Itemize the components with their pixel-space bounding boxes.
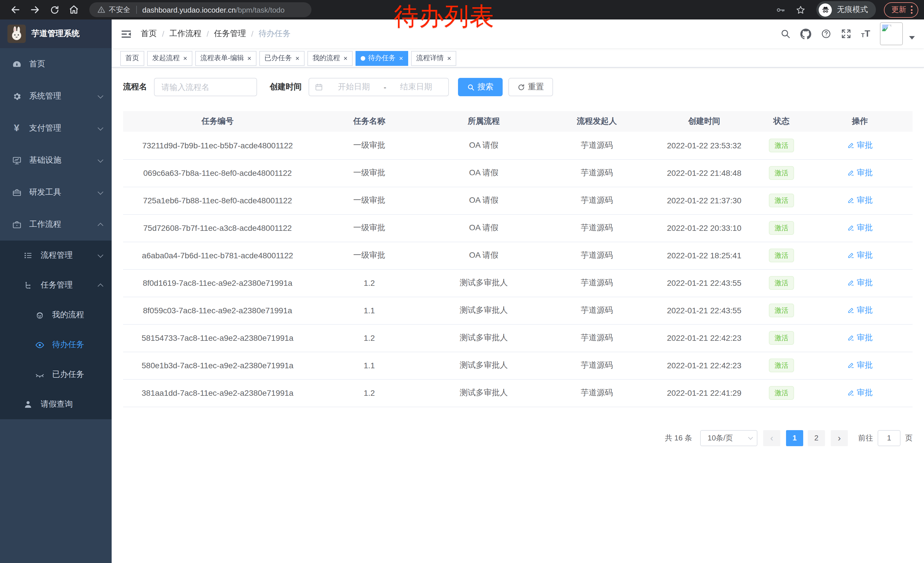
approve-button[interactable]: 审批: [847, 195, 873, 206]
incognito-badge: 无痕模式: [816, 1, 876, 18]
tab-close-icon[interactable]: ×: [248, 54, 251, 62]
sidebar-item-todo-tasks[interactable]: 待办任务: [0, 330, 112, 360]
approve-label: 审批: [857, 388, 873, 398]
sidebar-item-infra[interactable]: 基础设施: [0, 144, 112, 176]
browser-back-icon[interactable]: [9, 3, 22, 17]
tab[interactable]: 首页: [120, 51, 144, 66]
page-button-2[interactable]: 2: [808, 430, 825, 446]
not-secure-label[interactable]: 不安全: [109, 5, 130, 15]
sidebar-item-home[interactable]: 首页: [0, 48, 112, 80]
col-actions: 操作: [807, 111, 912, 132]
cell-task-name: 1.2: [312, 269, 426, 297]
page-size-select[interactable]: 10条/页: [700, 430, 758, 446]
workflow-submenu: 流程管理 任务管理 我的流程: [0, 240, 112, 419]
approve-button[interactable]: 审批: [847, 140, 873, 150]
yen-icon: ¥: [12, 123, 22, 134]
cell-task-name: 一级审批: [312, 187, 426, 214]
table-body: 73211d9d-7b9b-11ec-b5b7-acde48001122 一级审…: [123, 132, 912, 407]
sidebar-logo[interactable]: 芋道管理系统: [0, 20, 112, 48]
prev-page-button[interactable]: ‹: [763, 430, 780, 446]
breadcrumb-home[interactable]: 首页: [141, 29, 157, 39]
tab-close-icon[interactable]: ×: [183, 54, 187, 62]
approve-button[interactable]: 审批: [847, 223, 873, 233]
sidebar-item-system[interactable]: 系统管理: [0, 80, 112, 112]
password-key-icon[interactable]: [776, 5, 786, 15]
tab[interactable]: 发起流程 ×: [147, 51, 192, 66]
chevron-down-icon: [98, 157, 104, 162]
approve-button[interactable]: 审批: [847, 333, 873, 343]
process-name-label: 流程名: [123, 82, 147, 92]
process-name-input[interactable]: [154, 78, 257, 96]
browser-menu-icon[interactable]: [911, 6, 912, 14]
page-number-list: 12: [786, 430, 825, 446]
avatar-caret-icon[interactable]: [909, 36, 915, 39]
sidebar-item-process-mgmt[interactable]: 流程管理: [0, 240, 112, 270]
incognito-label: 无痕模式: [837, 5, 868, 15]
tab-close-icon[interactable]: ×: [399, 54, 403, 62]
tab[interactable]: 待办任务 ×: [356, 51, 408, 66]
sidebar-collapse-icon[interactable]: [121, 29, 132, 39]
search-icon[interactable]: [780, 29, 790, 39]
cell-process: OA 请假: [426, 132, 541, 159]
screen: 不安全 dashboard.yudao.iocoder.cn /bpm/task…: [0, 0, 924, 563]
approve-button[interactable]: 审批: [847, 388, 873, 398]
robot-icon: [34, 310, 45, 320]
sidebar-item-task-mgmt[interactable]: 任务管理: [0, 270, 112, 300]
url-path: /bpm/task/todo: [236, 6, 285, 14]
approve-button[interactable]: 审批: [847, 278, 873, 288]
cell-starter: 芋道源码: [541, 132, 652, 159]
address-bar[interactable]: 不安全 dashboard.yudao.iocoder.cn /bpm/task…: [89, 2, 311, 17]
gear-icon: [12, 92, 22, 101]
tab-close-icon[interactable]: ×: [344, 54, 348, 62]
approve-button[interactable]: 审批: [847, 360, 873, 371]
dashboard-icon: [12, 59, 22, 69]
goto-page-input[interactable]: [878, 430, 900, 446]
incognito-icon: [819, 3, 832, 17]
font-size-icon[interactable]: TT: [861, 29, 870, 38]
sidebar-item-workflow[interactable]: 工作流程: [0, 209, 112, 240]
cell-task-id: 8f0d1619-7ac8-11ec-a9e2-a2380e71991a: [123, 269, 312, 297]
fullscreen-icon[interactable]: [841, 29, 851, 39]
approve-button[interactable]: 审批: [847, 305, 873, 315]
breadcrumb-task-mgmt[interactable]: 任务管理: [214, 29, 246, 39]
cell-task-name: 1.2: [312, 324, 426, 352]
approve-button[interactable]: 审批: [847, 168, 873, 178]
search-button[interactable]: 搜索: [458, 78, 502, 96]
cell-process: OA 请假: [426, 242, 541, 269]
reset-button[interactable]: 重置: [508, 78, 553, 96]
github-icon[interactable]: [800, 29, 811, 39]
approve-label: 审批: [857, 140, 873, 150]
cell-create-time: 2022-01-22 21:48:48: [652, 159, 756, 187]
sidebar-item-leave-query[interactable]: 请假查询: [0, 389, 112, 419]
browser-home-icon[interactable]: [67, 3, 81, 17]
cell-task-id: 8f059c03-7ac8-11ec-a9e2-a2380e71991a: [123, 297, 312, 324]
date-range-input[interactable]: 开始日期 - 结束日期: [309, 78, 449, 96]
browser-forward-icon[interactable]: [28, 3, 42, 17]
end-date-placeholder: 结束日期: [390, 82, 442, 92]
cell-task-id: a6aba0a4-7b6d-11ec-b781-acde48001122: [123, 242, 312, 269]
sidebar-item-done-tasks[interactable]: 已办任务: [0, 360, 112, 389]
sidebar-item-devtools[interactable]: 研发工具: [0, 176, 112, 209]
sidebar-item-my-process[interactable]: 我的流程: [0, 300, 112, 330]
app-navbar: 首页 / 工作流程 / 任务管理 / 待办任务: [112, 20, 924, 48]
avatar[interactable]: [880, 23, 903, 45]
breadcrumb: 首页 / 工作流程 / 任务管理 / 待办任务: [141, 29, 291, 39]
cell-task-name: 一级审批: [312, 159, 426, 187]
breadcrumb-workflow[interactable]: 工作流程: [170, 29, 201, 39]
tab-close-icon[interactable]: ×: [447, 54, 451, 62]
next-page-button[interactable]: ›: [831, 430, 848, 446]
chevron-up-icon: [98, 283, 104, 289]
page-button-1[interactable]: 1: [786, 430, 803, 446]
tab-close-icon[interactable]: ×: [296, 54, 299, 62]
tab[interactable]: 流程详情 ×: [411, 51, 456, 66]
browser-reload-icon[interactable]: [48, 3, 61, 17]
approve-button[interactable]: 审批: [847, 250, 873, 261]
cell-create-time: 2022-01-21 22:43:55: [652, 269, 756, 297]
bookmark-star-icon[interactable]: [796, 5, 806, 15]
browser-update-button[interactable]: 更新: [884, 2, 918, 18]
tab[interactable]: 已办任务 ×: [260, 51, 304, 66]
tab[interactable]: 流程表单-编辑 ×: [195, 51, 256, 66]
sidebar-item-payment[interactable]: ¥ 支付管理: [0, 112, 112, 144]
tab[interactable]: 我的流程 ×: [308, 51, 352, 66]
help-icon[interactable]: [821, 29, 831, 39]
